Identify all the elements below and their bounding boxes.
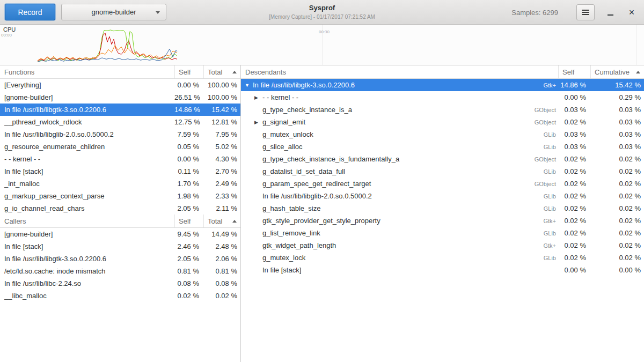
self-value: 0.02 %: [558, 229, 590, 237]
library-tag: GObject: [518, 119, 558, 125]
descendants-row[interactable]: g_slice_allocGLib0.03 %0.03 %: [241, 141, 644, 153]
descendants-row[interactable]: g_type_check_instance_is_aGObject0.03 %0…: [241, 104, 644, 116]
callers-column-header[interactable]: Callers: [0, 215, 174, 227]
library-tag: Gtk+: [518, 82, 558, 88]
functions-row[interactable]: g_markup_parse_context_parse1.98 %2.33 %: [0, 190, 240, 202]
minimize-icon: [608, 14, 613, 16]
function-name: g_resource_enumerate_children: [0, 143, 174, 151]
function-name: g_markup_parse_context_parse: [0, 192, 174, 200]
descendants-row[interactable]: gtk_widget_path_lengthGtk+0.02 %0.02 %: [241, 239, 644, 252]
function-name: In file [stack]: [262, 266, 518, 274]
function-name: /etc/ld.so.cache: inode mismatch: [0, 267, 174, 275]
functions-row[interactable]: In file /usr/lib/libglib-2.0.so.0.5000.2…: [0, 128, 240, 141]
function-name: g_datalist_id_set_data_full: [262, 167, 518, 175]
descendants-row[interactable]: ▶g_signal_emitGObject0.02 %0.03 %: [241, 116, 644, 128]
cpu-timeline[interactable]: CPU 00:00 00:30: [0, 25, 644, 65]
cumulative-value: 0.02 %: [590, 217, 644, 225]
self-value: 9.45 %: [174, 230, 203, 238]
expand-icon[interactable]: ▶: [253, 120, 262, 125]
descendants-header: Descendants Self Cumulative: [241, 65, 644, 79]
cumulative-value: 0.03 %: [590, 106, 644, 114]
descendants-row[interactable]: g_list_remove_linkGLib0.02 %0.02 %: [241, 227, 644, 239]
callers-header: Callers Self Total: [0, 215, 240, 228]
callers-self-column-header[interactable]: Self: [174, 215, 203, 227]
descendants-row[interactable]: g_hash_table_sizeGLib0.02 %0.02 %: [241, 202, 644, 215]
functions-row[interactable]: In file [stack]0.11 %2.70 %: [0, 165, 240, 178]
library-tag: GObject: [518, 181, 558, 187]
library-tag: Gtk+: [518, 218, 558, 224]
function-name: g_list_remove_link: [262, 229, 518, 237]
callers-row[interactable]: In file /usr/lib/libgtk-3.so.0.2200.62.0…: [0, 253, 240, 265]
functions-row[interactable]: [Everything]0.00 %100.00 %: [0, 79, 240, 91]
cumulative-value: 0.02 %: [590, 167, 644, 175]
function-name: g_type_check_instance_is_fundamentally_a: [262, 155, 518, 163]
self-value: 0.03 %: [558, 143, 590, 151]
functions-total-column-header[interactable]: Total: [203, 65, 240, 78]
functions-row[interactable]: In file /usr/lib/libgtk-3.so.0.2200.614.…: [0, 104, 240, 116]
collapse-icon[interactable]: ▼: [243, 83, 253, 88]
total-value: 100.00 %: [203, 81, 240, 89]
functions-self-column-header[interactable]: Self: [174, 65, 203, 78]
minimize-button[interactable]: [602, 4, 618, 20]
sort-indicator-icon: [232, 220, 237, 223]
total-value: 100.00 %: [203, 93, 240, 101]
self-value: 14.86 %: [174, 106, 203, 114]
left-pane: Functions Self Total [Everything]0.00 %1…: [0, 65, 241, 362]
self-value: 7.59 %: [174, 130, 203, 138]
self-value: 0.02 %: [558, 167, 590, 175]
record-button[interactable]: Record: [5, 4, 55, 20]
descendants-row[interactable]: ▼In file /usr/lib/libgtk-3.so.0.2200.6Gt…: [241, 79, 644, 91]
descendants-self-column-header[interactable]: Self: [558, 65, 590, 78]
function-name: g_mutex_unlock: [262, 130, 518, 138]
library-tag: GLib: [518, 255, 558, 261]
descendants-row[interactable]: g_datalist_id_set_data_fullGLib0.02 %0.0…: [241, 165, 644, 178]
descendants-row[interactable]: g_type_check_instance_is_fundamentally_a…: [241, 153, 644, 165]
self-value: 0.00 %: [174, 155, 203, 163]
total-value: 0.08 %: [203, 279, 240, 287]
descendants-cumulative-column-header[interactable]: Cumulative: [590, 65, 644, 78]
callers-row[interactable]: [gnome-builder]9.45 %14.49 %: [0, 228, 240, 240]
functions-row[interactable]: g_resource_enumerate_children0.05 %5.02 …: [0, 141, 240, 153]
timeline-gridline: [636, 25, 637, 65]
process-selector-dropdown[interactable]: gnome-builder: [61, 4, 166, 20]
descendants-row[interactable]: In file /usr/lib/libglib-2.0.so.0.5000.2…: [241, 190, 644, 202]
function-name: g_type_check_instance_is_a: [262, 106, 518, 114]
sort-indicator-icon: [636, 71, 640, 73]
function-name: __pthread_rwlock_rdlock: [0, 118, 174, 126]
descendants-row[interactable]: g_mutex_lockGLib0.02 %0.02 %: [241, 252, 644, 264]
descendants-column-header[interactable]: Descendants: [241, 65, 558, 78]
self-value: 0.02 %: [558, 204, 590, 212]
timeline-start-label: 00:00: [1, 33, 12, 38]
total-value: 15.42 %: [203, 106, 240, 114]
titlebar: Record gnome-builder Sysprof [Memory Cap…: [0, 0, 644, 25]
cumulative-value: 0.02 %: [590, 241, 644, 249]
profile-panes: Functions Self Total [Everything]0.00 %1…: [0, 65, 644, 362]
function-name: g_slice_alloc: [262, 143, 518, 151]
self-value: 0.00 %: [558, 93, 590, 101]
cumulative-value: 0.02 %: [590, 229, 644, 237]
callers-row[interactable]: /etc/ld.so.cache: inode mismatch0.81 %0.…: [0, 265, 240, 277]
functions-row[interactable]: _int_malloc1.70 %2.49 %: [0, 178, 240, 190]
descendants-row[interactable]: g_param_spec_get_redirect_targetGObject0…: [241, 178, 644, 190]
functions-row[interactable]: __pthread_rwlock_rdlock12.75 %12.81 %: [0, 116, 240, 128]
functions-row[interactable]: - - kernel - -0.00 %4.30 %: [0, 153, 240, 165]
menu-button[interactable]: [576, 4, 595, 20]
callers-row[interactable]: In file [stack]2.46 %2.48 %: [0, 240, 240, 253]
total-value: 4.30 %: [203, 155, 240, 163]
functions-row[interactable]: g_io_channel_read_chars2.05 %2.11 %: [0, 202, 240, 215]
callers-total-column-header[interactable]: Total: [203, 215, 240, 227]
callers-row[interactable]: In file /usr/lib/libc-2.24.so0.08 %0.08 …: [0, 277, 240, 290]
total-value: 14.49 %: [203, 230, 240, 238]
descendants-row[interactable]: gtk_style_provider_get_style_propertyGtk…: [241, 215, 644, 227]
functions-column-header[interactable]: Functions: [0, 65, 174, 78]
descendants-row[interactable]: In file [stack]0.00 %0.00 %: [241, 264, 644, 276]
callers-row[interactable]: __libc_malloc0.02 %0.02 %: [0, 290, 240, 302]
hamburger-icon: [582, 9, 589, 16]
library-tag: GLib: [518, 230, 558, 237]
descendants-row[interactable]: g_mutex_unlockGLib0.03 %0.03 %: [241, 128, 644, 141]
close-button[interactable]: ×: [624, 4, 640, 20]
self-value: 0.00 %: [174, 81, 203, 89]
functions-row[interactable]: [gnome-builder]26.51 %100.00 %: [0, 91, 240, 104]
descendants-row[interactable]: ▶- - kernel - -0.00 %0.29 %: [241, 91, 644, 104]
expand-icon[interactable]: ▶: [253, 95, 262, 100]
